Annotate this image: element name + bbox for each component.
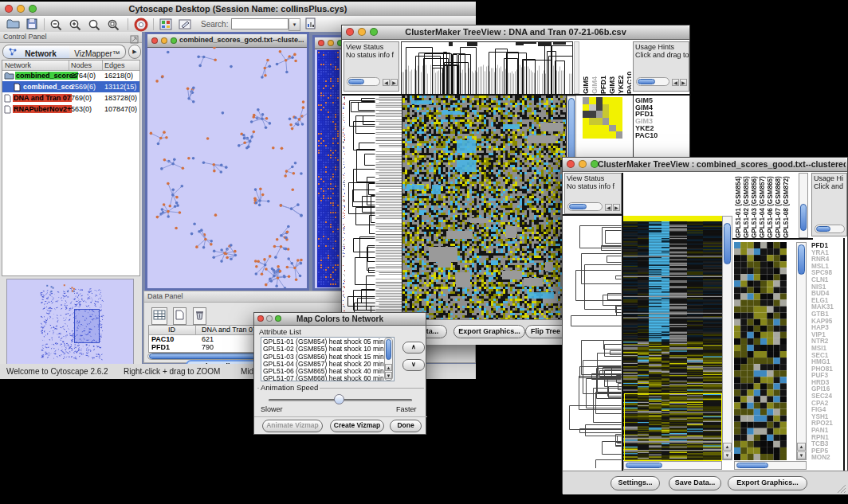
mini-heatmap-cell[interactable] <box>589 111 595 118</box>
treeview2-gene-list[interactable]: PFD1YRA1RNR4MSL1SPC98CLN1NIS1BUD4ELG1MAK… <box>810 242 843 462</box>
tab-vizmapper[interactable]: VizMapper™ <box>69 45 126 59</box>
close-button[interactable] <box>151 37 158 44</box>
zoomed-heatmap-canvas[interactable] <box>734 242 787 460</box>
scroll-pill[interactable] <box>638 79 655 84</box>
minimize-button[interactable] <box>328 40 334 46</box>
scroll-pill[interactable] <box>348 79 364 84</box>
mini-heatmap-cell[interactable] <box>603 97 609 104</box>
column-label[interactable]: PAC10 <box>626 43 631 94</box>
move-up-button[interactable]: ∧ <box>402 342 425 354</box>
done-button[interactable]: Done <box>390 420 422 432</box>
hscroll-pill[interactable] <box>626 463 662 468</box>
mini-heatmap-cell[interactable] <box>616 118 622 125</box>
mini-heatmap-cell[interactable] <box>583 111 589 118</box>
labels-vscrollbar[interactable]: ▲ <box>799 173 808 238</box>
col-id[interactable]: ID <box>168 326 175 334</box>
correlation-mini-heatmap[interactable] <box>583 97 622 139</box>
zoom-vscrollbar[interactable]: ▲ ▼ <box>796 242 807 460</box>
mini-heatmap-cell[interactable] <box>609 104 615 111</box>
resize-grip[interactable] <box>837 483 846 497</box>
heatmap-canvas[interactable] <box>402 96 567 319</box>
vscroll-pill[interactable] <box>386 339 391 360</box>
search-dropdown-button[interactable]: ▾ <box>289 18 300 31</box>
network-row[interactable]: DNA and Tran 07 769(0) 183728(0) <box>2 92 139 104</box>
network-row[interactable]: combined_scores 2764(0) 16218(0) <box>2 70 139 81</box>
scroll-pill[interactable] <box>816 226 830 232</box>
gene-label[interactable]: MON2 <box>811 455 843 462</box>
scroll-down-arrow[interactable]: ▼ <box>385 372 392 379</box>
column-label[interactable]: PFD1 <box>599 43 607 94</box>
vscroll-pill[interactable] <box>724 223 731 264</box>
tab-overflow-button[interactable]: ▶ <box>128 45 141 59</box>
usage-hints-scrollbar[interactable] <box>815 225 845 233</box>
listbox-vscrollbar[interactable]: ▲ ▼ <box>384 338 393 381</box>
mini-heatmap-cell[interactable] <box>583 125 589 132</box>
column-label[interactable]: GPL51-07 (GSM868) <box>775 174 782 238</box>
mini-heatmap-cell[interactable] <box>603 118 609 125</box>
mini-heatmap-cell[interactable] <box>583 131 589 139</box>
col-network[interactable]: Network <box>5 61 31 69</box>
mini-heatmap-cell[interactable] <box>603 125 609 132</box>
zoom-hscrollbar[interactable] <box>734 461 807 470</box>
mini-heatmap-cell[interactable] <box>603 131 609 139</box>
minimize-button[interactable] <box>579 160 587 168</box>
column-label[interactable]: GPL51-01 (GSM854) <box>735 174 742 238</box>
delete-attribute-icon[interactable] <box>193 307 206 325</box>
scroll-right-arrow[interactable]: ▶ <box>391 79 398 86</box>
mini-heatmap-cell[interactable] <box>596 104 603 111</box>
attribute-listbox[interactable]: GPL51-01 (GSM854) heat shock 05 minGPL51… <box>261 337 395 381</box>
mini-heatmap-cell[interactable] <box>589 118 595 125</box>
mini-heatmap-cell[interactable] <box>589 97 595 104</box>
column-label[interactable]: GPL51-08 (GSM872) <box>783 174 790 238</box>
col-edges[interactable]: Edges <box>104 61 125 69</box>
mini-heatmap-cell[interactable] <box>616 125 622 132</box>
mini-heatmap-cell[interactable] <box>616 104 622 111</box>
scroll-right-arrow[interactable]: ▶ <box>613 204 620 211</box>
mini-heatmap-cell[interactable] <box>589 125 595 132</box>
col-nodes[interactable]: Nodes <box>71 61 92 69</box>
scroll-up-arrow[interactable]: ▲ <box>797 443 806 451</box>
tab-network[interactable]: Network <box>2 45 71 59</box>
mini-heatmap-cell[interactable] <box>583 118 589 125</box>
network-row[interactable]: RNAPuberNov2+ 563(0) 107847(0) <box>2 104 139 115</box>
hscroll-pill[interactable] <box>736 463 768 468</box>
mini-heatmap-cell[interactable] <box>583 97 589 104</box>
network-row-selected[interactable]: combined_sco 2569(6) 13112(15) <box>2 81 139 92</box>
mini-heatmap-cell[interactable] <box>609 118 615 125</box>
dialog-titlebar[interactable]: Map Colors to Network <box>254 313 426 326</box>
overview-selection-rect[interactable] <box>74 309 100 343</box>
column-label[interactable]: GPL51-03 (GSM856) <box>751 174 758 238</box>
minimize-button[interactable] <box>161 37 167 44</box>
scroll-left-arrow[interactable]: ◀ <box>672 79 679 86</box>
animate-vizmap-button[interactable]: Animate Vizmap <box>262 420 323 432</box>
column-label[interactable]: GIM3 <box>608 43 616 94</box>
move-down-button[interactable]: ∨ <box>402 359 425 371</box>
mini-heatmap-cell[interactable] <box>609 131 615 139</box>
view-status-scrollbar[interactable] <box>347 77 380 86</box>
heatmap-selection-rect[interactable] <box>624 393 722 461</box>
network1-titlebar[interactable]: combined_scores_good.txt--cluste... <box>147 34 307 48</box>
network-canvas[interactable] <box>147 47 307 288</box>
create-vizmap-button[interactable]: Create Vizmap <box>330 420 384 432</box>
mini-heatmap-cell[interactable] <box>596 131 603 139</box>
column-label[interactable]: GIM5 <box>582 43 590 94</box>
mini-heatmap-cell[interactable] <box>583 104 589 111</box>
mini-heatmap-cell[interactable] <box>609 125 615 132</box>
mini-heatmap-cell[interactable] <box>616 97 622 104</box>
close-button[interactable] <box>567 160 575 168</box>
row-dendrogram-canvas[interactable] <box>345 96 375 319</box>
dense-network-canvas[interactable] <box>317 50 340 287</box>
gene-label[interactable]: PAC10 <box>635 132 689 139</box>
scroll-up-arrow[interactable]: ▲ <box>723 443 732 451</box>
vscroll-pill[interactable] <box>798 244 805 275</box>
table-icon[interactable] <box>151 307 167 325</box>
search-input[interactable] <box>231 18 289 29</box>
mini-heatmap-cell[interactable] <box>603 111 609 118</box>
scroll-left-arrow[interactable]: ◀ <box>605 204 612 211</box>
zoom-button[interactable] <box>171 37 177 44</box>
overview-canvas[interactable] <box>7 279 133 364</box>
global-hscrollbar[interactable] <box>623 461 722 470</box>
treeview1-titlebar[interactable]: ClusterMaker TreeView : DNA and Tran 07-… <box>342 25 689 40</box>
scroll-right-arrow[interactable]: ▶ <box>680 79 687 86</box>
column-dendrogram-canvas[interactable] <box>401 41 573 96</box>
